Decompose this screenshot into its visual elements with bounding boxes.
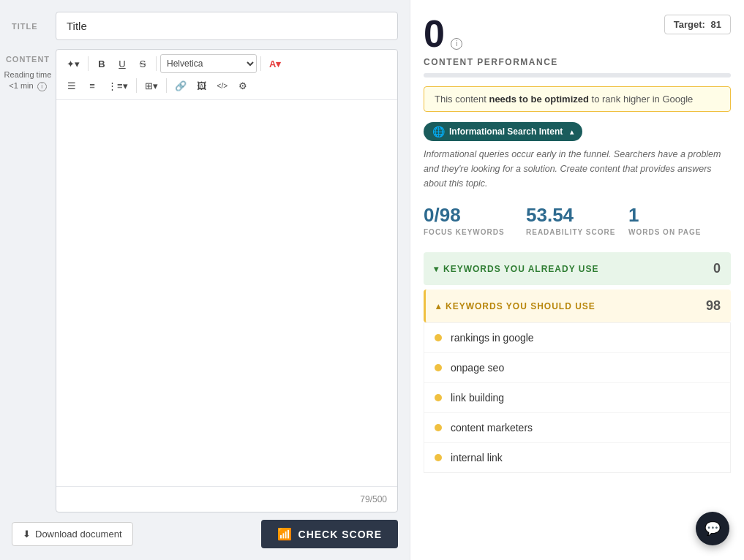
title-input[interactable] bbox=[56, 12, 398, 40]
stat-focus-keywords: 0/98 FOCUS KEYWORDS bbox=[424, 204, 526, 236]
toolbar-separator-1 bbox=[88, 56, 89, 71]
download-icon: ⬇ bbox=[23, 529, 31, 540]
table-button[interactable]: ⊞▾ bbox=[140, 76, 162, 95]
reading-time-value: <1 min bbox=[9, 81, 33, 90]
link-button[interactable]: 🔗 bbox=[170, 76, 191, 95]
keyword-text: onpage seo bbox=[451, 362, 504, 374]
keywords-already-label-group: ▾ KEYWORDS YOU ALREADY USE bbox=[434, 264, 598, 274]
keywords-should-count: 98 bbox=[706, 298, 721, 314]
chat-bubble[interactable]: 💬 bbox=[696, 512, 729, 545]
keyword-item: internal link bbox=[424, 443, 730, 472]
target-value: 81 bbox=[711, 19, 721, 30]
keyword-text: content marketers bbox=[451, 422, 533, 434]
content-performance-label: CONTENT PERFORMANCE bbox=[424, 57, 731, 67]
focus-keywords-value: 0/98 bbox=[424, 204, 526, 227]
keyword-item: rankings in google bbox=[424, 323, 730, 353]
font-color-button[interactable]: A▾ bbox=[265, 54, 285, 73]
download-button[interactable]: ⬇ Download document bbox=[12, 522, 133, 546]
toolbar-row-2: ☰ ≡ ⋮≡▾ ⊞▾ 🔗 🖼 </> ⚙ bbox=[62, 76, 391, 95]
score-value: 0 bbox=[424, 12, 445, 55]
font-select[interactable]: Helvetica Arial Georgia Times New Roman bbox=[160, 54, 257, 73]
editor-area[interactable] bbox=[56, 100, 397, 486]
keywords-should-section: ▴ KEYWORDS YOU SHOULD USE 98 rankings in… bbox=[424, 290, 731, 473]
warning-text-bold: needs to be optimized bbox=[489, 94, 589, 105]
toolbar-separator-5 bbox=[166, 78, 167, 93]
toolbar-separator-4 bbox=[136, 78, 137, 93]
check-score-button[interactable]: 📶 CHECK SCORE bbox=[261, 520, 398, 548]
toolbar-separator-3 bbox=[260, 56, 261, 71]
reading-time-info-icon: i bbox=[37, 82, 47, 91]
keywords-already-count: 0 bbox=[713, 261, 721, 276]
align-button[interactable]: ⋮≡▾ bbox=[103, 76, 132, 95]
check-score-label: CHECK SCORE bbox=[298, 529, 382, 540]
keywords-already-section: ▾ KEYWORDS YOU ALREADY USE 0 bbox=[424, 252, 731, 285]
keyword-dot bbox=[435, 364, 442, 371]
left-panel: TITLE CONTENT Reading time <1 min i ✦▾ B… bbox=[0, 0, 410, 560]
intent-section: 🌐 Informational Search Intent ▴ Informat… bbox=[424, 122, 731, 204]
image-button[interactable]: 🖼 bbox=[192, 76, 211, 95]
keywords-should-label-group: ▴ KEYWORDS YOU SHOULD USE bbox=[436, 301, 595, 311]
intent-badge-label: Informational Search Intent bbox=[449, 126, 563, 137]
char-count: 79/500 bbox=[360, 494, 387, 504]
target-badge: Target: 81 bbox=[664, 15, 731, 34]
content-label-col: CONTENT Reading time <1 min i bbox=[0, 49, 56, 512]
keywords-already-label: KEYWORDS YOU ALREADY USE bbox=[443, 264, 598, 274]
keyword-dot bbox=[435, 454, 442, 461]
strikethrough-button[interactable]: S bbox=[133, 54, 152, 73]
toolbar: ✦▾ B U S Helvetica Arial Georgia Times N… bbox=[56, 50, 397, 100]
readability-label: READABILITY SCORE bbox=[526, 228, 628, 236]
keyword-text: link building bbox=[451, 392, 504, 404]
score-bar bbox=[424, 73, 731, 77]
editor-footer: 79/500 bbox=[56, 486, 397, 512]
intent-badge[interactable]: 🌐 Informational Search Intent ▴ bbox=[424, 122, 582, 141]
title-section: TITLE bbox=[0, 12, 410, 49]
stats-row: 0/98 FOCUS KEYWORDS 53.54 READABILITY SC… bbox=[424, 204, 731, 239]
bold-button[interactable]: B bbox=[92, 54, 111, 73]
warning-text-pre: This content bbox=[435, 94, 489, 105]
stat-readability: 53.54 READABILITY SCORE bbox=[526, 204, 628, 236]
intent-chevron-icon: ▴ bbox=[570, 128, 574, 136]
keywords-should-header[interactable]: ▴ KEYWORDS YOU SHOULD USE 98 bbox=[424, 290, 731, 322]
words-label: WORDS ON PAGE bbox=[628, 228, 731, 236]
unordered-list-button[interactable]: ☰ bbox=[62, 76, 81, 95]
keyword-dot bbox=[435, 424, 442, 431]
keyword-item: link building bbox=[424, 383, 730, 413]
check-score-icon: 📶 bbox=[277, 527, 293, 541]
download-label: Download document bbox=[35, 529, 122, 540]
target-label: Target: bbox=[674, 19, 705, 30]
reading-time-label: Reading time bbox=[4, 70, 52, 79]
content-section: CONTENT Reading time <1 min i ✦▾ B U S H… bbox=[0, 49, 410, 512]
keyword-item: onpage seo bbox=[424, 353, 730, 383]
keyword-item: content marketers bbox=[424, 413, 730, 443]
warning-banner: This content needs to be optimized to ra… bbox=[424, 86, 731, 112]
keywords-should-chevron-icon: ▴ bbox=[436, 301, 441, 311]
code-button[interactable]: </> bbox=[213, 76, 232, 95]
keyword-text: rankings in google bbox=[451, 332, 534, 344]
score-header: 0 i Target: 81 bbox=[424, 15, 731, 53]
keywords-should-label: KEYWORDS YOU SHOULD USE bbox=[446, 301, 595, 311]
plugin-button[interactable]: ⚙ bbox=[233, 76, 252, 95]
chat-icon: 💬 bbox=[704, 521, 721, 537]
keyword-dot bbox=[435, 394, 442, 401]
score-info-icon: i bbox=[451, 38, 462, 50]
intent-description: Informational queries occur early in the… bbox=[424, 147, 731, 191]
keywords-list: rankings in google onpage seo link build… bbox=[424, 322, 731, 473]
editor-wrapper: ✦▾ B U S Helvetica Arial Georgia Times N… bbox=[56, 49, 398, 512]
stat-words: 1 WORDS ON PAGE bbox=[628, 204, 731, 236]
content-label: CONTENT bbox=[0, 55, 56, 64]
globe-icon: 🌐 bbox=[432, 126, 445, 137]
underline-button[interactable]: U bbox=[113, 54, 132, 73]
words-value: 1 bbox=[628, 204, 731, 227]
warning-text-post: to rank higher in Google bbox=[592, 94, 694, 105]
focus-keywords-label: FOCUS KEYWORDS bbox=[424, 228, 526, 236]
toolbar-separator-2 bbox=[156, 56, 157, 71]
readability-value: 53.54 bbox=[526, 204, 628, 227]
title-label: TITLE bbox=[12, 22, 56, 31]
keyword-dot bbox=[435, 334, 442, 341]
keywords-already-chevron-icon: ▾ bbox=[434, 264, 439, 274]
keywords-already-header[interactable]: ▾ KEYWORDS YOU ALREADY USE 0 bbox=[424, 252, 731, 285]
magic-button[interactable]: ✦▾ bbox=[62, 54, 84, 73]
reading-time: Reading time <1 min i bbox=[0, 69, 56, 92]
bottom-bar: ⬇ Download document 📶 CHECK SCORE bbox=[0, 512, 410, 560]
ordered-list-button[interactable]: ≡ bbox=[83, 76, 102, 95]
